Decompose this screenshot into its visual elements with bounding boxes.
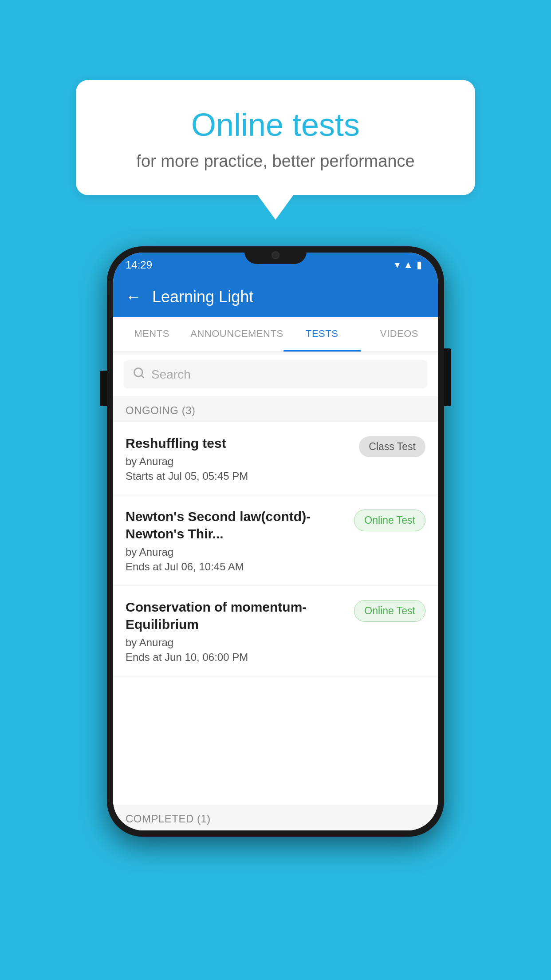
- tab-ments[interactable]: MENTS: [113, 317, 190, 352]
- phone-notch: [244, 246, 307, 264]
- speech-bubble-container: Online tests for more practice, better p…: [76, 80, 475, 220]
- test-badge-3: Online Test: [354, 600, 425, 622]
- app-title: Learning Light: [152, 288, 253, 306]
- battery-icon: ▮: [417, 259, 422, 271]
- test-date-2: Ends at Jul 06, 10:45 AM: [126, 561, 347, 573]
- tab-videos[interactable]: VIDEOS: [361, 317, 438, 352]
- test-date-3: Ends at Jun 10, 06:00 PM: [126, 651, 347, 664]
- status-time: 14:29: [126, 259, 152, 271]
- test-info-2: Newton's Second law(contd)-Newton's Thir…: [126, 508, 347, 573]
- search-input[interactable]: Search: [151, 368, 191, 382]
- search-container: Search: [113, 352, 438, 396]
- notch-camera: [272, 251, 279, 259]
- tab-tests[interactable]: TESTS: [283, 317, 361, 352]
- test-item-2[interactable]: Newton's Second law(contd)-Newton's Thir…: [113, 495, 438, 586]
- speech-bubble-subtitle: for more practice, better performance: [111, 152, 440, 171]
- test-item-1[interactable]: Reshuffling test by Anurag Starts at Jul…: [113, 422, 438, 495]
- status-icons: ▾ ▲ ▮: [395, 259, 422, 271]
- tab-announcements[interactable]: ANNOUNCEMENTS: [190, 317, 283, 352]
- test-date-1: Starts at Jul 05, 05:45 PM: [126, 470, 352, 482]
- phone-outer: 14:29 ▾ ▲ ▮ ← Learning Light MENTS: [107, 246, 444, 837]
- test-badge-2: Online Test: [354, 510, 425, 531]
- test-author-2: by Anurag: [126, 546, 347, 558]
- speech-bubble: Online tests for more practice, better p…: [76, 80, 475, 195]
- search-icon: [133, 367, 145, 382]
- test-title-2: Newton's Second law(contd)-Newton's Thir…: [126, 508, 347, 542]
- speech-bubble-arrow: [258, 195, 293, 220]
- test-info-3: Conservation of momentum-Equilibrium by …: [126, 598, 347, 664]
- phone-container: 14:29 ▾ ▲ ▮ ← Learning Light MENTS: [107, 246, 444, 832]
- completed-section-header: COMPLETED (1): [113, 805, 438, 830]
- app-bar: ← Learning Light: [113, 277, 438, 317]
- svg-line-1: [141, 375, 143, 377]
- search-input-wrapper[interactable]: Search: [124, 360, 427, 388]
- test-list: Reshuffling test by Anurag Starts at Jul…: [113, 422, 438, 805]
- back-arrow-button[interactable]: ←: [126, 288, 142, 306]
- signal-icon: ▲: [403, 259, 413, 271]
- speech-bubble-title: Online tests: [111, 107, 440, 143]
- test-title-1: Reshuffling test: [126, 435, 352, 452]
- ongoing-section-header: ONGOING (3): [113, 396, 438, 422]
- test-info-1: Reshuffling test by Anurag Starts at Jul…: [126, 435, 352, 482]
- content-area: Search ONGOING (3) Reshuffling test by A…: [113, 352, 438, 830]
- test-author-3: by Anurag: [126, 636, 347, 649]
- tabs-bar: MENTS ANNOUNCEMENTS TESTS VIDEOS: [113, 317, 438, 352]
- phone-screen: 14:29 ▾ ▲ ▮ ← Learning Light MENTS: [113, 253, 438, 830]
- test-badge-1: Class Test: [359, 436, 425, 457]
- test-author-1: by Anurag: [126, 455, 352, 468]
- test-title-3: Conservation of momentum-Equilibrium: [126, 598, 347, 633]
- wifi-icon: ▾: [395, 259, 400, 271]
- test-item-3[interactable]: Conservation of momentum-Equilibrium by …: [113, 586, 438, 676]
